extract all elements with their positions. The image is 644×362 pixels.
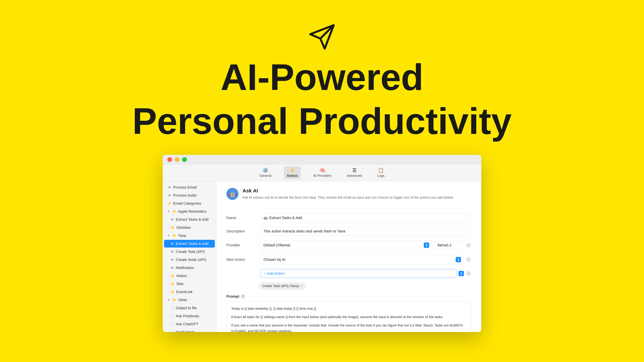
tab-general[interactable]: ⚙️ General: [257, 166, 274, 179]
advanced-icon: ☰: [352, 168, 356, 173]
next-action-select-button[interactable]: ❯: [456, 257, 461, 262]
provider-model[interactable]: llama3.2: [434, 241, 464, 250]
sidebar-item-email-categories[interactable]: ⚡ Email Categories: [164, 200, 215, 207]
form-row-description: Description This action extracts tasks a…: [226, 227, 471, 236]
sidebar-item-apple-reminders[interactable]: ▼ 📁 Apple Reminders: [164, 208, 215, 215]
sidebar-item-notification-label: Notification: [176, 266, 194, 270]
prompt-line-2: Extract all tasks for {{ settings.name }…: [231, 314, 466, 320]
extract-tasks-reminders-icon: ✉: [170, 218, 174, 222]
prompt-info-icon[interactable]: ⓘ: [241, 294, 245, 299]
form-row-provider: Provider Default (Ollama) ❯ llama3.2 ⓘ: [226, 240, 471, 250]
sidebar-item-create-task-api-label: Create Task (API): [176, 250, 205, 254]
provider-select-row: Default (Ollama) ❯ llama3.2 ⓘ: [260, 240, 471, 250]
sidebar-item-create-node-api[interactable]: ✉ Create Node (API): [164, 256, 215, 264]
next-action-info-icon[interactable]: ⓘ: [466, 257, 471, 262]
notion-icon: 📁: [170, 274, 174, 278]
notion-toggle[interactable]: ›: [167, 274, 168, 277]
sidebar-item-other[interactable]: ▼ 📁 Other: [164, 296, 215, 304]
sidebar-item-ask-chatgpt-label: Ask ChatGPT: [176, 322, 198, 326]
provider-label: Provider: [226, 243, 256, 247]
sidebar-item-process-audio[interactable]: ✉ Process Audio: [164, 192, 215, 199]
ask-ai-info: Ask AI Ask AI actions use AI to decide t…: [242, 188, 454, 200]
tab-actions[interactable]: ⚡ Actions: [284, 166, 300, 179]
sidebar-item-eventlink-label: EventLink: [176, 290, 192, 294]
next-action-select[interactable]: Chosen by AI ❯: [260, 255, 464, 265]
extract-tasks-tana-icon: ✉: [170, 242, 174, 246]
tab-ai-providers[interactable]: 🧠 AI Providers: [310, 166, 334, 179]
name-input[interactable]: 🤖 Extract Tasks & Add: [260, 214, 471, 222]
sidebar-item-process-email[interactable]: ✉ Process Email: [164, 184, 215, 191]
description-value: This action extracts tasks and sends the…: [264, 229, 345, 233]
other-toggle[interactable]: ▼: [167, 299, 170, 302]
form-row-add-action: + Add Action ❯ ⓘ: [226, 269, 471, 278]
add-action-button[interactable]: + Add Action: [260, 269, 456, 278]
prompt-box[interactable]: Today is {{ date.weekday }}, {{ date.tod…: [226, 302, 471, 332]
tab-actions-label: Actions: [287, 174, 298, 178]
main-area: ✉ Process Email ✉ Process Audio ⚡ Email …: [163, 181, 481, 332]
hero-title-line1: AI-Powered: [220, 57, 424, 97]
sidebar-item-ask-chatgpt[interactable]: 📄 Ask ChatGPT: [164, 320, 215, 328]
ask-ai-header: 🤖 Ask AI Ask AI actions use AI to decide…: [226, 188, 471, 205]
sidebar-item-extract-tasks-tana-label: Extract Tasks & Add: [176, 242, 208, 246]
provider-select-button[interactable]: ❯: [424, 243, 429, 248]
sidebar-item-output-to-file[interactable]: 📄 Output to file: [164, 304, 215, 312]
create-task-tag-label: Create Task (API) (Tana): [262, 284, 299, 288]
name-input-icon: 🤖: [264, 216, 268, 220]
next-action-label: Next Action: [226, 257, 256, 262]
name-value: Extract Tasks & Add: [269, 216, 302, 220]
provider-select[interactable]: Default (Ollama) ❯: [260, 240, 432, 250]
sidebar-item-email-categories-label: Email Categories: [173, 201, 201, 206]
sidebar-item-tana[interactable]: ▼ 📁 Tana: [164, 232, 215, 240]
sidebar: ✉ Process Email ✉ Process Audio ⚡ Email …: [163, 181, 216, 332]
notification-icon: ✉: [170, 266, 174, 270]
apple-reminders-toggle[interactable]: ▼: [167, 210, 170, 213]
traffic-light-red[interactable]: [167, 157, 172, 162]
provider-info-icon[interactable]: ⓘ: [466, 243, 471, 248]
traffic-light-yellow[interactable]: [175, 157, 180, 162]
sidebar-item-extract-tasks-tana[interactable]: ✉ Extract Tasks & Add: [164, 240, 215, 248]
create-task-api-icon: ✉: [170, 250, 174, 254]
apple-reminders-icon: 📁: [172, 210, 176, 214]
eventlink-toggle[interactable]: ›: [167, 291, 168, 294]
tab-ai-providers-label: AI Providers: [313, 174, 332, 178]
sidebar-item-notification[interactable]: ✉ Notification: [164, 264, 215, 272]
prompt-line-1: Today is {{ date.weekday }}, {{ date.tod…: [231, 306, 466, 311]
sidebar-item-eventlink[interactable]: › 📁 EventLink: [164, 288, 215, 296]
add-action-select-button[interactable]: ❯: [458, 271, 464, 276]
description-input[interactable]: This action extracts tasks and sends the…: [260, 227, 471, 236]
sidebar-item-notion[interactable]: › 📁 Notion: [164, 272, 215, 280]
ask-ai-avatar: 🤖: [226, 188, 238, 200]
sidebar-item-obsidian[interactable]: › 📁 Obsidian: [164, 224, 215, 231]
sidebar-item-notion-label: Notion: [176, 274, 187, 278]
tab-logs[interactable]: 📋 Logs: [375, 166, 387, 179]
prompt-label-text: Prompt: [226, 294, 239, 299]
description-label: Description: [226, 229, 256, 233]
toolbar: ⚙️ General ⚡ Actions 🧠 AI Providers ☰ Ad…: [163, 164, 481, 181]
name-label: Name: [226, 216, 256, 220]
form-row-next-action: Next Action Chosen by AI ❯ ⓘ: [226, 255, 471, 265]
obsidian-toggle[interactable]: ›: [167, 226, 168, 229]
content-area: 🤖 Ask AI Ask AI actions use AI to decide…: [216, 181, 481, 332]
sidebar-item-create-task-api[interactable]: ✉ Create Task (API): [164, 248, 215, 256]
sidebar-item-process-audio-label: Process Audio: [173, 193, 197, 198]
tana-toggle[interactable]: ▼: [167, 234, 170, 237]
sidebar-item-extract-tasks-reminders[interactable]: ✉ Extract Tasks & Add: [164, 216, 215, 223]
email-categories-icon: ⚡: [167, 201, 172, 205]
sidebar-item-create-node-api-label: Create Node (API): [176, 258, 206, 262]
ask-ai-description: Ask AI actions use AI to decide the best…: [242, 195, 454, 200]
sidebar-item-slite[interactable]: › 📁 Slite: [164, 280, 215, 288]
sidebar-item-obsidian-label: Obsidian: [176, 225, 191, 230]
sidebar-item-other-label: Other: [178, 298, 187, 302]
tab-advanced[interactable]: ☰ Advanced: [344, 166, 364, 179]
sidebar-item-draft-email[interactable]: 📄 Draft Email: [164, 328, 215, 332]
create-task-tag-remove[interactable]: ✕: [300, 284, 302, 288]
tab-advanced-label: Advanced: [347, 174, 362, 178]
create-node-api-icon: ✉: [170, 258, 174, 262]
prompt-line-3: If you see a name that you assume is the…: [231, 323, 466, 332]
slite-toggle[interactable]: ›: [167, 282, 168, 285]
add-action-info-icon[interactable]: ⓘ: [466, 271, 471, 276]
sidebar-item-ask-perplexity[interactable]: 📄 Ask Perplexity: [164, 312, 215, 320]
traffic-light-green[interactable]: [182, 157, 187, 162]
app-window: ⚙️ General ⚡ Actions 🧠 AI Providers ☰ Ad…: [163, 155, 481, 332]
create-task-tag[interactable]: Create Task (API) (Tana) ✕: [258, 283, 306, 290]
